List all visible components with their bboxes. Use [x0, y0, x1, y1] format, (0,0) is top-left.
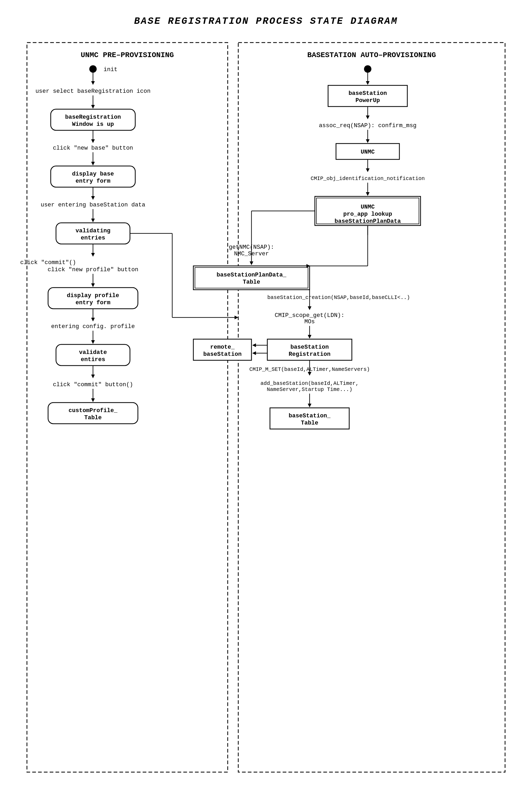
svg-marker-66	[366, 115, 369, 119]
svg-text:entry form: entry form	[76, 178, 110, 185]
svg-text:entires: entires	[81, 356, 105, 363]
svg-text:NameServer,Startup Time...): NameServer,Startup Time...)	[267, 386, 353, 392]
svg-marker-10	[91, 105, 95, 109]
svg-text:BASESTATION AUTO–PROVISIONING: BASESTATION AUTO–PROVISIONING	[307, 51, 436, 59]
svg-text:MOs: MOs	[304, 318, 315, 325]
svg-marker-55	[91, 398, 95, 402]
svg-marker-118	[308, 404, 311, 407]
svg-marker-15	[91, 139, 95, 143]
svg-text:CMIP_obj_identification_notifi: CMIP_obj_identification_notification	[311, 176, 425, 182]
svg-text:Table: Table	[301, 420, 318, 426]
svg-text:init: init	[103, 66, 117, 73]
svg-marker-31	[91, 253, 95, 257]
svg-marker-47	[91, 340, 95, 344]
svg-marker-39	[91, 283, 95, 287]
svg-text:assoc_req(NSAP): confirm_msg: assoc_req(NSAP): confirm_msg	[319, 123, 417, 129]
svg-text:Table: Table	[243, 279, 260, 285]
svg-text:baseStation_: baseStation_	[289, 412, 331, 419]
svg-text:click "commit"(): click "commit"()	[20, 259, 76, 266]
page-title: BASE REGISTRATION PROCESS STATE DIAGRAM	[134, 16, 398, 27]
svg-marker-87	[250, 261, 253, 265]
svg-marker-23	[91, 196, 95, 200]
svg-marker-26	[91, 219, 95, 222]
svg-marker-114	[308, 372, 311, 375]
svg-text:entries: entries	[81, 235, 105, 241]
svg-text:baseStation: baseStation	[348, 90, 387, 97]
svg-text:UNMC PRE–PROVISIONING: UNMC PRE–PROVISIONING	[81, 51, 174, 59]
svg-text:baseRegistration: baseRegistration	[65, 114, 121, 121]
svg-marker-52	[91, 374, 95, 378]
svg-point-4	[89, 65, 97, 73]
svg-text:click "new profile" button: click "new profile" button	[48, 266, 138, 273]
svg-marker-69	[366, 139, 369, 143]
svg-text:baseStationPlanData_: baseStationPlanData_	[216, 272, 287, 278]
svg-text:remote_: remote_	[210, 344, 235, 351]
svg-text:user entering baseStation data: user entering baseStation data	[41, 202, 145, 208]
svg-text:baseStation: baseStation	[203, 351, 242, 358]
diagram-svg: UNMC PRE–PROVISIONING BASESTATION AUTO–P…	[22, 40, 510, 780]
svg-marker-36	[234, 316, 238, 319]
svg-point-59	[364, 65, 372, 73]
svg-marker-18	[91, 162, 95, 165]
svg-text:Registration: Registration	[289, 351, 330, 358]
svg-text:add_baseStation(baseId,ALTimer: add_baseStation(baseId,ALTimer,	[261, 381, 359, 386]
svg-marker-61	[366, 81, 369, 85]
svg-text:display base: display base	[72, 171, 114, 177]
svg-text:UNMC: UNMC	[361, 204, 375, 210]
svg-marker-111	[252, 351, 256, 355]
svg-text:Window is up: Window is up	[72, 121, 114, 128]
svg-text:entering config. profile: entering config. profile	[51, 323, 135, 330]
svg-text:user select baseRegistration i: user select baseRegistration icon	[35, 88, 151, 95]
svg-text:PowerUp: PowerUp	[356, 97, 380, 104]
svg-marker-109	[252, 343, 256, 347]
svg-marker-97	[308, 306, 311, 310]
svg-text:baseStationPlanData: baseStationPlanData	[335, 218, 401, 225]
svg-marker-101	[308, 335, 311, 338]
svg-marker-7	[91, 81, 95, 85]
svg-marker-44	[91, 318, 95, 321]
svg-marker-76	[366, 192, 369, 196]
svg-text:validating: validating	[76, 227, 110, 234]
svg-text:baseStation_creation(NSAP,base: baseStation_creation(NSAP,baseId,baseCLL…	[267, 294, 410, 300]
svg-text:UNMC: UNMC	[361, 149, 375, 155]
svg-text:click "new base" button: click "new base" button	[53, 145, 133, 151]
svg-text:CMIP_scope_get(LDN):: CMIP_scope_get(LDN):	[275, 312, 344, 319]
svg-text:customProfile_: customProfile_	[69, 407, 118, 414]
svg-text:pro_app lookup: pro_app lookup	[343, 211, 392, 218]
svg-text:Table: Table	[84, 414, 102, 421]
svg-text:validate: validate	[79, 349, 107, 356]
svg-text:display profile: display profile	[67, 292, 119, 299]
svg-text:baseStation: baseStation	[290, 344, 329, 351]
svg-marker-73	[366, 168, 369, 172]
svg-text:click "commit" button(): click "commit" button()	[53, 382, 133, 388]
svg-text:entry form: entry form	[76, 299, 110, 306]
